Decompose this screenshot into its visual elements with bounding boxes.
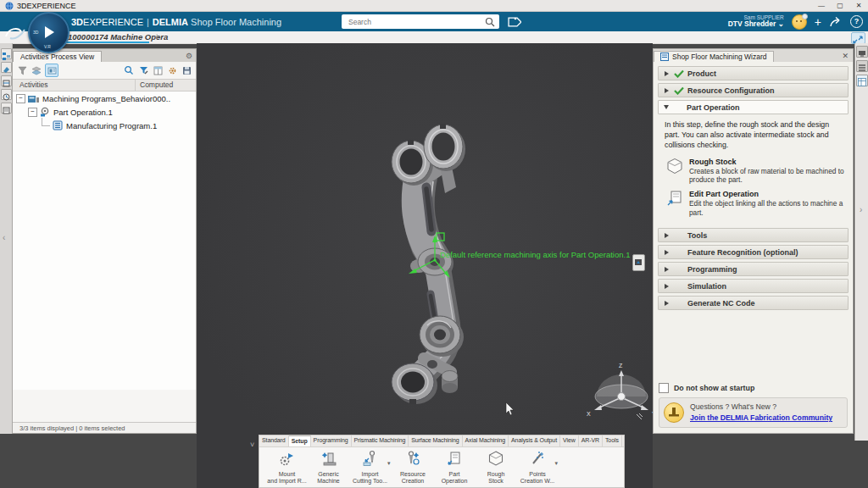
add-button[interactable]: +	[815, 16, 821, 28]
app-header-bar: 3DEXPERIENCE|DELMIA Shop Floor Machining…	[0, 12, 868, 31]
tab-prismatic-machining[interactable]: Prismatic Machining	[352, 435, 409, 446]
collapsed-arrow-icon	[665, 267, 669, 272]
mount-and-import-button[interactable]: Mountand Import R...	[266, 450, 308, 485]
wizard-section-feature-recognition[interactable]: Feature Recognition (optional)	[658, 245, 849, 259]
material-panel-icon[interactable]	[1, 62, 12, 73]
brand-experience: EXPERIENCE	[83, 17, 143, 27]
part-operation-button[interactable]: PartOperation	[434, 450, 476, 485]
actionbar-collapse-chevron-icon[interactable]: ˅	[250, 441, 254, 449]
tree-row-manufacturing-program[interactable]: Manufacturing Program.1	[13, 119, 196, 132]
chevron-down-icon: ⌄	[778, 19, 784, 28]
layers-icon[interactable]	[31, 64, 42, 76]
section-label: Product	[687, 69, 716, 78]
panel-gear-icon[interactable]: ⚙	[186, 52, 192, 60]
tab-standard[interactable]: Standard	[259, 435, 289, 446]
column-computed[interactable]: Computed	[135, 80, 196, 91]
expand-viewport-button[interactable]	[851, 32, 865, 44]
resource-creation-button[interactable]: ResourceCreation	[392, 450, 434, 485]
wizard-section-product[interactable]: Product	[658, 66, 849, 80]
maximize-button[interactable]: ▢	[831, 1, 849, 11]
document-tab[interactable]: 100000174 Machine Opera	[68, 32, 168, 42]
do-not-show-label: Do not show at startup	[674, 384, 754, 392]
wizard-section-resource-configuration[interactable]: Resource Configuration	[658, 83, 849, 97]
wizard-section-tools[interactable]: Tools	[658, 228, 849, 242]
filter-icon[interactable]	[16, 64, 28, 76]
activities-panel-tab[interactable]: Activities Process View	[13, 51, 102, 62]
generic-machine-button[interactable]: GenericMachine	[308, 450, 349, 485]
tab-ar-vr[interactable]: AR-VR	[579, 435, 603, 446]
tab-setup[interactable]: Setup	[289, 435, 311, 446]
tab-touch[interactable]: Touch	[622, 435, 624, 446]
points-creation-wizard-button[interactable]: PointsCreation W...	[517, 450, 559, 485]
catalog-panel-icon[interactable]	[1, 75, 12, 86]
tab-view[interactable]: View	[560, 435, 579, 446]
expander-icon[interactable]: −	[16, 94, 25, 103]
tree-connector	[42, 118, 50, 126]
import-cutting-tools-button[interactable]: ImportCutting Too...	[349, 450, 391, 485]
close-button[interactable]: ✕	[849, 1, 868, 11]
tag-icon[interactable]	[506, 14, 521, 30]
save-view-icon[interactable]	[181, 64, 192, 76]
help-icon[interactable]: ?	[850, 15, 863, 28]
user-menu[interactable]: Sam SUPPLIER DTV Shredder ⌄	[728, 14, 784, 28]
brand-divider: |	[147, 17, 149, 27]
collapse-left-chevron-icon[interactable]: ‹	[3, 234, 5, 242]
action-description: Edit the object linking all the actions …	[689, 199, 845, 217]
tree-row-part-operation[interactable]: − Part Operation.1	[13, 105, 196, 119]
settings-gear-icon[interactable]	[166, 64, 178, 76]
wizard-section-generate-nc-code[interactable]: Generate NC Code	[658, 296, 849, 310]
list-view-icon[interactable]	[856, 60, 868, 72]
document-tab-bar: 100000174 Machine Opera +	[0, 31, 868, 44]
shop-floor-machining-wizard-panel: Shop Floor Machining Wizard ✕ Product Re…	[653, 48, 854, 434]
dropdown-icon[interactable]: ▾	[387, 460, 391, 467]
community-link[interactable]: Join the DELMIA Fabrication Community	[690, 413, 842, 422]
search-icon[interactable]	[485, 17, 495, 27]
expand-right-chevron-icon[interactable]: ›	[860, 206, 862, 214]
rough-stock-action[interactable]: Rough Stock Creates a block of raw mater…	[666, 158, 845, 185]
3d-viewport[interactable]: Default reference machining axis for Par…	[197, 43, 653, 488]
tree-column-headers: Activities Computed	[13, 79, 196, 92]
wizard-section-programming[interactable]: Programming	[658, 262, 849, 276]
share-icon[interactable]	[829, 16, 843, 28]
dropdown-icon[interactable]: ▾	[555, 460, 559, 467]
new-tab-button[interactable]: +	[154, 31, 159, 42]
edit-part-operation-action[interactable]: Edit Part Operation Edit the object link…	[666, 190, 845, 217]
notes-panel-icon[interactable]	[1, 103, 12, 114]
render-style-icon[interactable]	[856, 46, 868, 58]
viewport-side-button[interactable]	[632, 254, 645, 271]
search-tree-icon[interactable]	[123, 64, 135, 76]
tree-row-machining-programs[interactable]: − Machining Programs_Behavior000..	[13, 92, 196, 105]
table-view-icon[interactable]	[856, 75, 868, 86]
wizard-tab[interactable]: Shop Floor Machining Wizard	[654, 51, 774, 62]
do-not-show-checkbox[interactable]	[659, 383, 669, 393]
column-activities[interactable]: Activities	[13, 80, 135, 91]
tab-surface-machining[interactable]: Surface Machining	[409, 435, 462, 446]
avatar[interactable]	[792, 14, 807, 30]
search-input[interactable]	[347, 17, 485, 27]
minimize-button[interactable]: —	[812, 1, 831, 11]
questions-box: Questions ? What's New ? Join the DELMIA…	[659, 397, 848, 428]
window-titlebar: 3DEXPERIENCE — ▢ ✕	[0, 0, 868, 12]
wizard-section-simulation[interactable]: Simulation	[658, 279, 849, 293]
wizard-section-part-operation[interactable]: Part Operation	[658, 100, 849, 114]
wizard-close-icon[interactable]: ✕	[842, 52, 849, 60]
columns-icon[interactable]	[152, 64, 164, 76]
expander-icon[interactable]: −	[28, 108, 37, 117]
tab-analysis-output[interactable]: Analysis & Output	[509, 435, 560, 446]
tab-axial-machining[interactable]: Axial Machining	[463, 435, 509, 446]
item-label: Machine	[317, 478, 339, 484]
rough-stock-button[interactable]: RoughStock	[476, 450, 517, 485]
process-view-icon[interactable]	[45, 64, 58, 77]
activities-toolbar	[13, 62, 196, 79]
view-compass[interactable]: Z X Y	[587, 363, 653, 419]
rough-stock-cube-icon	[666, 158, 683, 175]
3ds-logo-icon	[3, 25, 27, 41]
tree-panel-icon[interactable]	[1, 48, 12, 59]
filter-edit-icon[interactable]	[137, 64, 149, 76]
section-label: Feature Recognition (optional)	[687, 248, 798, 257]
tab-tools[interactable]: Tools	[603, 435, 622, 446]
tab-programming[interactable]: Programming	[311, 435, 352, 446]
compass-play-button[interactable]: 3D V.R	[28, 12, 70, 53]
history-panel-icon[interactable]	[1, 89, 12, 100]
points-creation-wand-icon	[529, 450, 546, 467]
